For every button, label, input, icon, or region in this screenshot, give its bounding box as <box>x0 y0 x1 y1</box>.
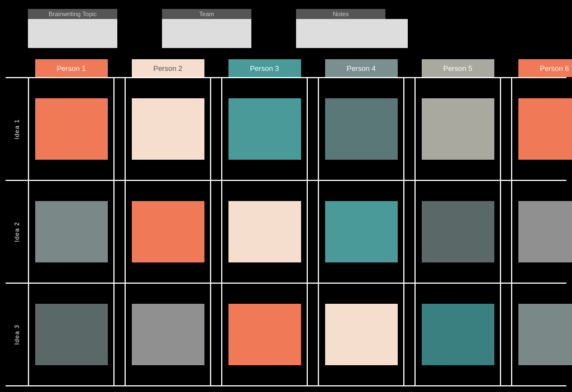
person-col-1: Person 1 <box>28 59 115 77</box>
cell-div-2-2 <box>211 181 221 283</box>
cell-inner-2-3 <box>228 201 301 262</box>
idea-row-2: Idea 2 <box>6 180 566 283</box>
person-col-6: Person 6 <box>511 59 572 77</box>
notes-box: Notes <box>296 9 408 48</box>
notes-content[interactable] <box>296 19 408 48</box>
cell-inner-2-6 <box>518 201 573 262</box>
person-2-header: Person 2 <box>132 59 204 77</box>
team-label: Team <box>162 9 251 19</box>
cell-inner-3-3 <box>228 304 301 365</box>
person-col-3: Person 3 <box>221 59 308 77</box>
cell-2-2[interactable] <box>125 181 211 283</box>
cell-div-3-3 <box>308 284 318 385</box>
brainwriting-grid: Person 1 Person 2 Person 3 Person 4 Pers… <box>6 59 566 386</box>
person-col-2: Person 2 <box>125 59 211 77</box>
idea-row-3: Idea 3 <box>6 283 566 386</box>
top-info-area: Brainwriting Topic Team Notes <box>6 9 566 48</box>
cell-div-3-2 <box>211 284 221 385</box>
cell-div-3-1 <box>115 284 125 385</box>
cell-div-2 <box>211 78 221 180</box>
idea-1-text: Idea 1 <box>13 119 20 140</box>
topic-box: Brainwriting Topic <box>28 9 117 48</box>
topic-content[interactable] <box>28 19 117 48</box>
cell-1-4[interactable] <box>318 78 404 180</box>
cell-inner-2-5 <box>422 201 494 262</box>
idea-2-text: Idea 2 <box>13 222 20 242</box>
idea-row-1: Idea 1 <box>6 77 566 180</box>
person-3-header: Person 3 <box>228 59 301 77</box>
cell-2-5[interactable] <box>414 181 501 283</box>
cell-div-3 <box>308 78 318 180</box>
cell-div-1 <box>115 78 125 180</box>
cell-inner-2-4 <box>325 201 398 262</box>
main-container: Brainwriting Topic Team Notes Person 1 P… <box>0 0 572 392</box>
cell-div-4 <box>404 78 414 180</box>
idea-1-label: Idea 1 <box>6 78 28 180</box>
idea-3-text: Idea 3 <box>13 324 20 345</box>
cell-1-1[interactable] <box>28 78 115 180</box>
person-4-header: Person 4 <box>325 59 398 77</box>
cell-3-4[interactable] <box>318 284 404 385</box>
cell-3-5[interactable] <box>414 284 501 385</box>
person-col-4: Person 4 <box>318 59 404 77</box>
team-box: Team <box>162 9 251 48</box>
cell-inner-2-1 <box>35 201 108 262</box>
cell-div-2-4 <box>404 181 414 283</box>
cell-inner-1-5 <box>422 98 494 160</box>
team-content[interactable] <box>162 19 251 48</box>
person-6-header: Person 6 <box>518 59 573 77</box>
cell-div-2-3 <box>308 181 318 283</box>
topic-label: Brainwriting Topic <box>28 9 117 19</box>
person-col-5: Person 5 <box>414 59 501 77</box>
cell-inner-3-6 <box>518 304 573 365</box>
cell-3-3[interactable] <box>221 284 308 385</box>
cell-inner-3-2 <box>132 304 204 365</box>
idea-2-label: Idea 2 <box>6 181 28 283</box>
cell-1-5[interactable] <box>414 78 501 180</box>
cell-div-2-5 <box>501 181 511 283</box>
cell-2-1[interactable] <box>28 181 115 283</box>
cell-inner-3-5 <box>422 304 494 365</box>
cell-inner-1-4 <box>325 98 398 160</box>
cell-inner-1-3 <box>228 98 301 160</box>
cell-div-3-4 <box>404 284 414 385</box>
cell-3-2[interactable] <box>125 284 211 385</box>
cell-inner-2-2 <box>132 201 204 262</box>
cell-1-3[interactable] <box>221 78 308 180</box>
cell-1-2[interactable] <box>125 78 211 180</box>
cell-2-3[interactable] <box>221 181 308 283</box>
cell-inner-3-4 <box>325 304 398 365</box>
cell-div-3-5 <box>501 284 511 385</box>
cell-2-4[interactable] <box>318 181 404 283</box>
cell-2-6[interactable] <box>511 181 572 283</box>
cell-inner-3-1 <box>35 304 108 365</box>
person-header-row: Person 1 Person 2 Person 3 Person 4 Pers… <box>6 59 566 77</box>
cell-3-1[interactable] <box>28 284 115 385</box>
cell-1-6[interactable] <box>511 78 572 180</box>
idea-3-label: Idea 3 <box>6 284 28 385</box>
cell-inner-1-1 <box>35 98 108 160</box>
cell-3-6[interactable] <box>511 284 572 385</box>
cell-div-5 <box>501 78 511 180</box>
cell-inner-1-2 <box>132 98 204 160</box>
person-5-header: Person 5 <box>422 59 494 77</box>
cell-div-2-1 <box>115 181 125 283</box>
cell-inner-1-6 <box>518 98 573 160</box>
notes-label: Notes <box>296 9 385 19</box>
person-1-header: Person 1 <box>35 59 108 77</box>
